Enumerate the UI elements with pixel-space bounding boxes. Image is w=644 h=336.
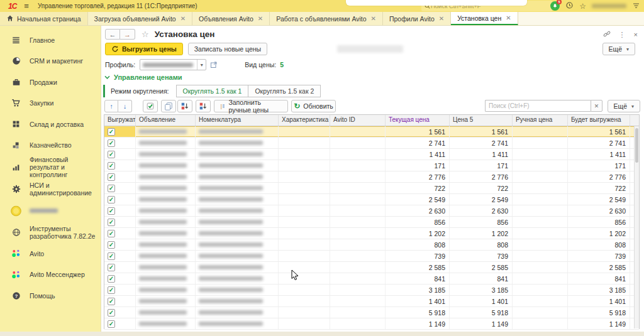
tab-close-icon[interactable]: ✕ [258, 15, 263, 22]
open-profile-icon[interactable] [209, 60, 218, 70]
column-header-current_price[interactable]: Текущая цена [386, 115, 450, 126]
row-checkbox[interactable]: ✓ [108, 275, 115, 283]
table-row[interactable]: ✓2 5492 5492 549 [104, 194, 639, 205]
favorite-star-icon[interactable]: ☆ [142, 30, 149, 39]
sidebar-item-12[interactable]: Avito Мессенджер [0, 264, 101, 286]
row-checkbox[interactable]: ✓ [108, 309, 115, 317]
favorites-star-button[interactable]: ☆ [579, 2, 586, 11]
tab-5[interactable]: Профили Avito✕ [383, 12, 451, 25]
tab-2[interactable]: Загрузка объявлений Avito✕ [88, 12, 192, 25]
column-header-nomenclature[interactable]: Номенклатура [196, 115, 279, 126]
vertical-scrollbar[interactable] [634, 126, 639, 328]
sort-descending-button[interactable] [196, 100, 211, 112]
close-form-icon[interactable]: × [634, 31, 638, 38]
table-row[interactable]: ✓5 9185 9185 918 [104, 307, 639, 318]
row-checkbox[interactable]: ✓ [108, 230, 115, 237]
sidebar-item-2[interactable]: CRM и маркетинг [0, 51, 101, 72]
column-header-upload_price[interactable]: Будет выгружена [568, 115, 630, 126]
sidebar-item-6[interactable]: Казначейство [0, 135, 101, 156]
table-row[interactable]: ✓2 7762 7762 776 [104, 171, 639, 183]
back-button[interactable]: ← [105, 29, 120, 40]
sidebar-item-1[interactable]: Главное [0, 30, 101, 51]
sort-ascending-button[interactable] [177, 100, 192, 112]
column-header-manual_price[interactable]: Ручная цена [513, 115, 568, 126]
table-row[interactable]: ✓1 2021 2021 202 [104, 228, 639, 239]
table-row[interactable]: ✓722722722 [104, 183, 639, 194]
table-row[interactable]: ✓2 5852 5852 585 [104, 262, 639, 273]
row-checkbox[interactable]: ✓ [108, 196, 115, 203]
column-header-checkbox[interactable]: Выгружать [104, 115, 136, 126]
save-new-prices-button[interactable]: Записать новые цены [188, 43, 267, 55]
row-checkbox[interactable]: ✓ [108, 320, 115, 328]
table-row[interactable]: ✓1 1491 1491 149 [104, 318, 639, 330]
row-checkbox[interactable]: ✓ [108, 207, 115, 215]
forward-button[interactable]: → [120, 29, 135, 40]
clear-search-icon[interactable]: ✕ [591, 100, 602, 112]
table-row[interactable]: ✓856856856 [104, 217, 639, 228]
more-button-top[interactable]: Ещё▾ [602, 43, 636, 55]
row-checkbox[interactable]: ✓ [108, 286, 115, 294]
price-management-group-toggle[interactable]: Управление ценами [104, 73, 182, 81]
table-row[interactable]: ✓808808808 [104, 239, 639, 251]
sidebar-item-4[interactable]: Закупки [0, 93, 101, 114]
move-down-button[interactable]: ↓ [118, 100, 132, 112]
row-checkbox[interactable]: ✓ [108, 185, 115, 192]
tab-close-icon[interactable]: ✕ [506, 14, 511, 21]
uncheck-all-button[interactable] [161, 100, 176, 112]
table-row[interactable]: ✓171171171 [104, 160, 639, 171]
tab-close-icon[interactable]: ✕ [371, 15, 376, 22]
table-row[interactable]: ✓1 4111 4111 411 [104, 149, 639, 160]
row-checkbox[interactable]: ✓ [108, 162, 115, 170]
check-all-button[interactable] [143, 100, 158, 112]
tab-4[interactable]: Работа с объявлениями Avito✕ [270, 12, 383, 25]
sidebar-item-5[interactable]: Склад и доставка [0, 114, 101, 135]
column-header-avito_id[interactable]: Avito ID [330, 115, 386, 126]
history-button[interactable] [565, 1, 574, 12]
main-menu-icon[interactable]: ≡ [24, 0, 29, 12]
table-row[interactable]: ✓2 7412 7412 741 [104, 138, 639, 149]
more-dots-icon[interactable]: ⋮ [619, 31, 626, 39]
table-row[interactable]: ✓739739739 [104, 251, 639, 262]
notifications-button[interactable]: 5 [550, 1, 560, 11]
price-kind-value[interactable]: 5 [280, 61, 284, 68]
refresh-button[interactable]: ↻ Обновить [291, 100, 336, 112]
row-checkbox[interactable]: ✓ [108, 241, 115, 249]
column-header-price_5[interactable]: Цена 5 [450, 115, 513, 126]
profile-field[interactable]: ▾ [140, 59, 206, 70]
row-checkbox[interactable]: ✓ [108, 252, 115, 260]
rounding-option-1[interactable]: Округлять 1.5 как 1 [176, 85, 249, 97]
sidebar-item-7[interactable]: Финансовый результат и контроллинг [0, 156, 101, 178]
row-checkbox[interactable]: ✓ [108, 173, 115, 181]
table-search-input[interactable] [485, 100, 591, 112]
table-row[interactable]: ✓1 4011 4011 401 [104, 296, 639, 307]
tab-close-icon[interactable]: ✕ [439, 15, 444, 22]
row-checkbox[interactable]: ✓ [108, 139, 115, 147]
table-row[interactable]: ✓3 1853 1853 185 [104, 285, 639, 296]
sidebar-item-11[interactable]: Avito [0, 243, 101, 264]
row-checkbox[interactable]: ✓ [108, 298, 115, 305]
service-menu-icon[interactable] [632, 1, 640, 12]
column-header-characteristic[interactable]: Характеристика [279, 115, 330, 126]
row-checkbox[interactable]: ✓ [108, 151, 115, 158]
tab-1[interactable]: Начальная страница [0, 12, 88, 25]
sidebar-item-10[interactable]: Инструменты разработчика 7.82.2e [0, 222, 101, 244]
sidebar-item-3[interactable]: Продажи [0, 72, 101, 93]
fill-manual-prices-button[interactable]: Заполнить ручные цены [214, 100, 288, 112]
table-row[interactable]: ✓1 5611 5611 561 [104, 126, 639, 138]
sidebar-item-13[interactable]: ?Помощь [0, 285, 101, 306]
tab-6[interactable]: Установка цен✕ [451, 12, 518, 25]
row-checkbox[interactable]: ✓ [108, 264, 115, 271]
chevron-down-icon[interactable]: ▾ [197, 60, 206, 70]
sidebar-item-8[interactable]: НСИ и администрирование [0, 178, 101, 200]
sidebar-item-9[interactable] [0, 200, 101, 222]
scrollbar-thumb[interactable] [635, 128, 638, 163]
rounding-option-2[interactable]: Округлять 1.5 как 2 [248, 85, 321, 97]
row-checkbox[interactable]: ✓ [108, 219, 115, 226]
row-checkbox[interactable]: ✓ [108, 128, 115, 136]
tab-3[interactable]: Объявления Avito✕ [192, 12, 270, 25]
table-row[interactable]: ✓2 6302 6302 630 [104, 205, 639, 217]
get-link-icon[interactable] [603, 30, 611, 39]
column-header-ad[interactable]: Объявление [136, 115, 196, 126]
table-row[interactable]: ✓841841841 [104, 273, 639, 285]
more-button-table[interactable]: Ещё▾ [608, 100, 641, 112]
